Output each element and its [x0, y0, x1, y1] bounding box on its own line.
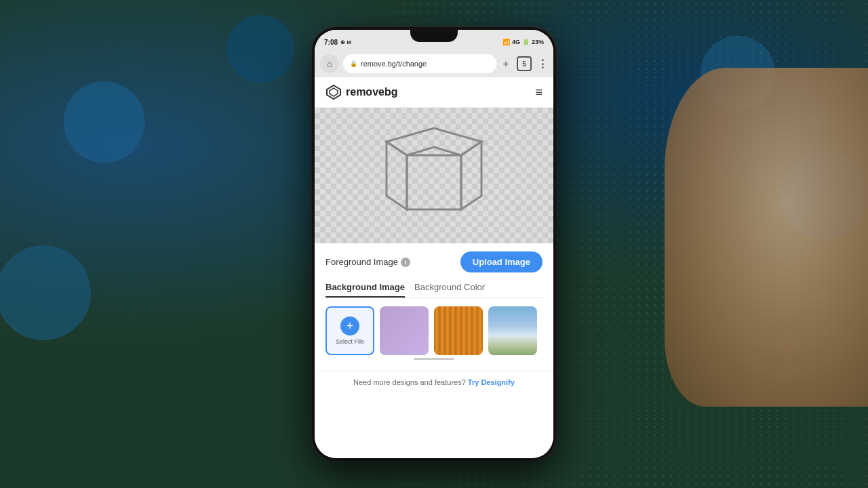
background-tabs: Background Image Background Color: [326, 282, 542, 298]
svg-marker-5: [387, 128, 481, 155]
browser-url-bar[interactable]: 🔒 remove.bg/t/change: [343, 54, 496, 73]
bottom-banner: Need more designs and features? Try Desi…: [315, 371, 553, 393]
bg-swatch-stripes[interactable]: [434, 306, 483, 355]
select-file-label: Select File: [336, 338, 364, 345]
try-designify-link[interactable]: Try Designify: [468, 378, 515, 386]
bg-swatch-purple[interactable]: [380, 306, 429, 355]
battery-percent: 23%: [532, 39, 544, 45]
logo-bg-part: bg: [384, 86, 398, 98]
background-images-row: + Select File: [326, 306, 542, 355]
browser-actions: ＋ 5 ⋮: [500, 56, 548, 71]
canvas-3d-box: [359, 115, 509, 237]
tab-count-button[interactable]: 5: [517, 56, 532, 71]
svg-marker-4: [461, 142, 481, 209]
url-text: remove.bg/t/change: [361, 60, 427, 68]
scroll-indicator: [414, 358, 454, 360]
add-tab-button[interactable]: ＋: [500, 57, 511, 71]
battery-icon: 🔋: [522, 39, 530, 45]
browser-chrome: ⌂ 🔒 remove.bg/t/change ＋ 5 ⋮: [315, 52, 553, 77]
canvas-area: [315, 108, 553, 243]
foreground-info-icon[interactable]: i: [401, 258, 410, 267]
signal-type: 4G: [512, 39, 520, 45]
svg-marker-2: [407, 155, 461, 209]
website-content: removebg ≡: [315, 77, 553, 458]
network-icon: 📶: [502, 39, 510, 45]
url-lock-icon: 🔒: [350, 60, 357, 67]
phone-screen: 7:08 ⊕ M 📶 4G 🔋 23% ⌂ 🔒 remove.bg/t/chan…: [315, 30, 553, 458]
logo-text: removebg: [346, 86, 397, 98]
phone-frame: 7:08 ⊕ M 📶 4G 🔋 23% ⌂ 🔒 remove.bg/t/chan…: [312, 27, 556, 461]
upload-image-button[interactable]: Upload Image: [460, 251, 542, 272]
site-header: removebg ≡: [315, 77, 553, 108]
bottom-banner-text: Need more designs and features?: [353, 378, 466, 386]
browser-toolbar: ⌂ 🔒 remove.bg/t/change ＋ 5 ⋮: [320, 54, 548, 73]
hand-overlay: [665, 68, 868, 407]
browser-menu-button[interactable]: ⋮: [537, 58, 548, 70]
phone-notch: [410, 27, 458, 42]
logo-area: removebg: [326, 84, 397, 100]
logo-remove-part: remove: [346, 86, 384, 98]
bg-swatch-sky[interactable]: [488, 306, 537, 355]
tab-background-color[interactable]: Background Color: [414, 282, 485, 298]
controls-section: Foreground Image i Upload Image Backgrou…: [315, 243, 553, 371]
svg-marker-1: [330, 88, 338, 96]
bg-select-file-item[interactable]: + Select File: [326, 306, 374, 355]
browser-back-button[interactable]: ⌂: [320, 54, 339, 73]
foreground-image-row: Foreground Image i Upload Image: [326, 251, 542, 272]
status-icons: ⊕ M: [340, 39, 351, 45]
status-time: 7:08: [324, 39, 338, 46]
status-left: 7:08 ⊕ M: [324, 39, 351, 46]
status-right: 📶 4G 🔋 23%: [502, 39, 544, 45]
logo-icon: [326, 84, 342, 100]
hamburger-menu-icon[interactable]: ≡: [535, 85, 542, 100]
select-file-plus-icon: +: [340, 317, 359, 336]
svg-marker-3: [387, 142, 407, 209]
foreground-label-text: Foreground Image: [326, 257, 398, 267]
foreground-image-label: Foreground Image i: [326, 257, 410, 267]
phone-wrapper: 7:08 ⊕ M 📶 4G 🔋 23% ⌂ 🔒 remove.bg/t/chan…: [312, 27, 556, 461]
svg-marker-0: [327, 85, 340, 99]
tab-background-image[interactable]: Background Image: [326, 282, 405, 298]
